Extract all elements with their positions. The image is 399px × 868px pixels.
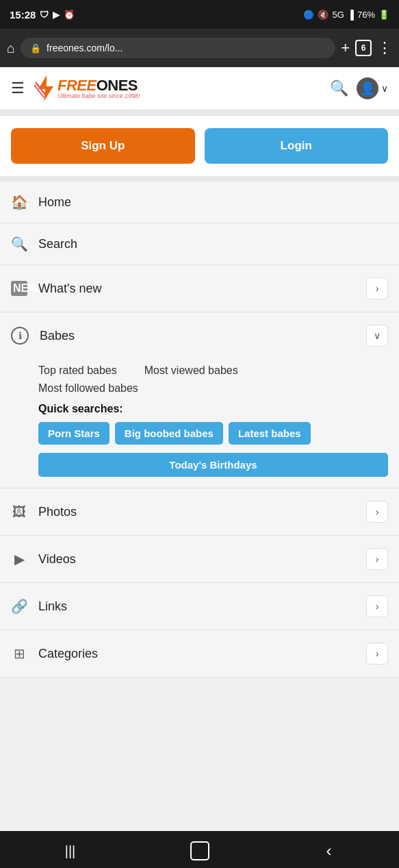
most-viewed-link[interactable]: Most viewed babes [144,364,238,377]
shield-icon: 🛡 [40,10,49,20]
search-icon[interactable]: 🔍 [330,79,348,97]
browser-bar: ⌂ 🔒 freeones.com/lo... + 6 ⋮ [0,29,399,67]
nav-links-label: Links [38,599,67,614]
nav-photos-label: Photos [38,505,77,519]
nav-item-search[interactable]: 🔍 Search [0,223,399,265]
babes-icon: ℹ [11,327,29,345]
auth-section: Sign Up Login [0,116,399,176]
header-left: ☰ FREEONES Ultimate babe site since 1998… [11,75,140,101]
bluetooth-icon: 🔵 [303,10,314,20]
nav-videos-label: Videos [38,552,76,567]
new-icon: NEW [11,281,27,296]
back-button[interactable]: ‹ [309,841,350,861]
nav-babes-label: Babes [40,329,75,343]
photos-icon: 🖼 [11,504,27,520]
videos-chevron-icon: › [366,548,388,570]
lock-icon: 🔒 [30,43,41,53]
signup-button[interactable]: Sign Up [11,128,195,164]
babes-expanded-section: Top rated babes Most viewed babes Most f… [0,359,399,488]
latest-babes-tag[interactable]: Latest babes [229,422,311,445]
quick-tags: Porn Stars Big boobed babes Latest babes [38,422,388,445]
search-nav-icon: 🔍 [11,236,27,252]
browser-actions: + 6 ⋮ [341,39,392,57]
todays-birthdays-tag[interactable]: Today's Birthdays [38,453,388,477]
logo-text: FREEONES Ultimate babe site since 1998! [57,78,140,99]
nav-item-home[interactable]: 🏠 Home [0,182,399,223]
nav-item-videos[interactable]: ▶ Videos › [0,536,399,583]
divider-1 [0,110,399,116]
categories-chevron-icon: › [366,643,388,665]
nav-item-whats-new-left: NEW What's new [11,281,101,296]
nav-item-categories[interactable]: ⊞ Categories › [0,630,399,678]
quick-searches-label: Quick searches: [38,403,388,415]
browser-url-bar[interactable]: 🔒 freeones.com/lo... [21,38,335,58]
logo-main-text: FREEONES [57,78,140,93]
signal-icon: 5G [332,10,344,20]
home-icon: 🏠 [11,194,27,210]
login-button[interactable]: Login [205,128,389,164]
logo-bolt-icon [34,75,56,101]
logo-tagline: Ultimate babe site since 1998! [57,93,140,99]
header-right: 🔍 👤 ∨ [330,77,388,99]
nav-whats-new-label: What's new [38,282,101,296]
nav-item-babes-left: ℹ Babes [11,327,75,345]
links-icon: 🔗 [11,598,27,615]
links-chevron-icon: › [366,595,388,617]
photos-chevron-icon: › [366,501,388,523]
categories-icon: ⊞ [11,645,27,662]
babes-links-row-1: Top rated babes Most viewed babes [38,364,388,377]
nav-home-label: Home [38,195,71,210]
nav-item-photos-left: 🖼 Photos [11,504,77,520]
status-time: 15:28 [10,9,36,21]
status-bar: 15:28 🛡 ▶ ⏰ 🔵 🔇 5G ▐ 76% 🔋 [0,0,399,29]
babes-links-row-2: Most followed babes [38,382,388,395]
url-text: freeones.com/lo... [47,42,123,53]
nav-item-home-left: 🏠 Home [11,194,71,210]
divider-2 [0,176,399,182]
nav-item-search-left: 🔍 Search [11,236,77,252]
babes-chevron-icon: ∨ [366,325,388,347]
youtube-icon: ▶ [53,10,60,20]
nav-item-babes[interactable]: ℹ Babes ∨ [0,312,399,359]
recent-apps-button[interactable]: ||| [50,841,91,861]
nav-item-categories-left: ⊞ Categories [11,645,98,662]
big-boobed-tag[interactable]: Big boobed babes [115,422,223,445]
battery-text: 76% [357,10,375,20]
clock-icon: ⏰ [64,10,75,20]
battery-icon: 🔋 [378,10,389,20]
top-rated-link[interactable]: Top rated babes [38,364,117,377]
nav-item-whats-new[interactable]: NEW What's new › [0,265,399,312]
hamburger-menu-icon[interactable]: ☰ [11,79,25,97]
most-followed-link[interactable]: Most followed babes [38,382,138,395]
whats-new-chevron-icon: › [366,277,388,299]
tab-count[interactable]: 6 [355,40,372,56]
nav-item-links[interactable]: 🔗 Links › [0,583,399,630]
nav-categories-label: Categories [38,647,98,661]
avatar-button[interactable]: 👤 ∨ [357,77,388,99]
browser-home-icon[interactable]: ⌂ [7,40,15,56]
nav-search-label: Search [38,237,77,251]
porn-stars-tag[interactable]: Porn Stars [38,422,110,445]
site-logo[interactable]: FREEONES Ultimate babe site since 1998! [34,75,140,101]
browser-menu-icon[interactable]: ⋮ [377,39,392,57]
nav-item-videos-left: ▶ Videos [11,551,76,567]
avatar-chevron-icon: ∨ [381,83,388,94]
mute-icon: 🔇 [318,10,329,20]
nav-item-photos[interactable]: 🖼 Photos › [0,488,399,536]
new-tab-icon[interactable]: + [341,39,350,57]
home-button[interactable] [190,841,209,860]
nav-menu: 🏠 Home 🔍 Search NEW What's new › ℹ Babes… [0,182,399,678]
avatar-icon: 👤 [357,77,378,99]
nav-item-links-left: 🔗 Links [11,598,67,615]
site-header: ☰ FREEONES Ultimate babe site since 1998… [0,67,399,110]
signal-bars-icon: ▐ [348,10,354,20]
bottom-nav: ||| ‹ [0,831,399,868]
videos-icon: ▶ [11,551,27,567]
